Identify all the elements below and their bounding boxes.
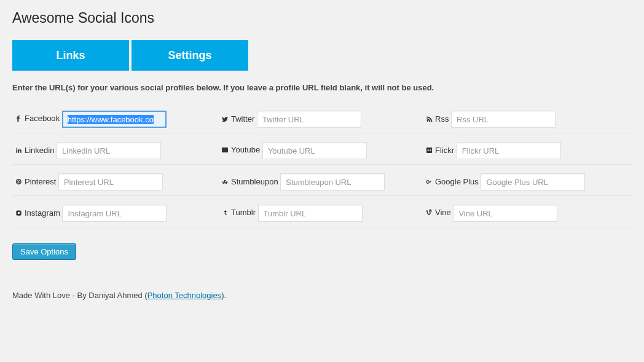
field-instagram: Instagram bbox=[12, 202, 219, 227]
field-facebook: Facebook bbox=[12, 108, 219, 133]
linkedin-icon bbox=[15, 146, 22, 154]
field-rss: Rss bbox=[425, 108, 632, 133]
rss-label-text: Rss bbox=[435, 114, 449, 124]
pinterest-input[interactable] bbox=[58, 173, 163, 191]
googleplus-icon bbox=[425, 178, 433, 186]
linkedin-label: Linkedin bbox=[15, 146, 54, 155]
svg-point-4 bbox=[17, 211, 20, 214]
flickr-input[interactable] bbox=[457, 142, 561, 159]
googleplus-label-text: Google Plus bbox=[435, 177, 479, 186]
stumbleupon-label-text: Stumbleupon bbox=[231, 177, 278, 186]
flickr-label: Flickr bbox=[425, 146, 454, 155]
svg-point-5 bbox=[20, 211, 20, 211]
tumblr-label-text: Tumblr bbox=[231, 208, 256, 217]
facebook-label: Facebook bbox=[15, 114, 60, 123]
youtube-input[interactable] bbox=[262, 142, 367, 159]
tumblr-label: Tumblr bbox=[221, 208, 256, 217]
facebook-input[interactable] bbox=[62, 111, 167, 128]
footer-link[interactable]: Photon Technologies bbox=[147, 291, 221, 300]
pinterest-label: Pinterest bbox=[15, 177, 56, 186]
pinterest-label-text: Pinterest bbox=[25, 177, 56, 186]
facebook-icon bbox=[15, 115, 22, 122]
field-linkedin: Linkedin bbox=[12, 140, 219, 165]
tumblr-icon bbox=[221, 209, 229, 216]
rss-icon bbox=[425, 115, 433, 122]
youtube-label-text: Youtube bbox=[231, 145, 260, 154]
save-options-button[interactable]: Save Options bbox=[12, 243, 76, 260]
svg-rect-0 bbox=[426, 147, 431, 152]
twitter-icon bbox=[221, 116, 229, 123]
vine-label: Vine bbox=[425, 208, 451, 217]
vine-label-text: Vine bbox=[435, 208, 451, 217]
field-pinterest: Pinterest bbox=[12, 171, 219, 196]
youtube-label: Youtube bbox=[221, 145, 260, 154]
fields-grid: Facebook Twitter Rss Linkedin bbox=[12, 108, 632, 234]
footer-suffix: ). bbox=[221, 291, 226, 300]
svg-point-2 bbox=[430, 149, 431, 151]
field-tumblr: Tumblr bbox=[219, 202, 425, 227]
stumbleupon-icon bbox=[221, 178, 229, 186]
instagram-icon bbox=[15, 209, 22, 216]
tabs: Links Settings bbox=[12, 40, 632, 71]
stumbleupon-input[interactable] bbox=[280, 173, 385, 191]
instagram-label-text: Instagram bbox=[25, 208, 60, 218]
instagram-input[interactable] bbox=[62, 205, 167, 222]
footer-credit: Made With Love - By Daniyal Ahmed (Photo… bbox=[12, 291, 632, 300]
twitter-label: Twitter bbox=[221, 114, 254, 124]
field-vine: Vine bbox=[425, 202, 632, 227]
tab-settings[interactable]: Settings bbox=[132, 40, 248, 71]
linkedin-input[interactable] bbox=[57, 142, 161, 159]
flickr-label-text: Flickr bbox=[435, 146, 454, 155]
field-flickr: Flickr bbox=[425, 140, 632, 165]
rss-label: Rss bbox=[425, 114, 449, 124]
pinterest-icon bbox=[15, 178, 22, 185]
flickr-icon bbox=[425, 146, 433, 154]
instagram-label: Instagram bbox=[15, 208, 60, 218]
vine-input[interactable] bbox=[453, 205, 557, 222]
field-twitter: Twitter bbox=[219, 108, 425, 133]
facebook-label-text: Facebook bbox=[25, 114, 60, 123]
twitter-label-text: Twitter bbox=[231, 114, 254, 124]
youtube-icon bbox=[221, 146, 229, 154]
vine-icon bbox=[425, 209, 433, 216]
rss-input[interactable] bbox=[451, 111, 556, 128]
page-title: Awesome Social Icons bbox=[12, 10, 632, 26]
field-stumbleupon: Stumbleupon bbox=[219, 171, 425, 196]
twitter-input[interactable] bbox=[257, 111, 361, 128]
footer-prefix: Made With Love - By Daniyal Ahmed ( bbox=[12, 291, 147, 300]
googleplus-input[interactable] bbox=[481, 173, 585, 191]
field-googleplus: Google Plus bbox=[425, 171, 632, 196]
googleplus-label: Google Plus bbox=[425, 177, 479, 186]
field-youtube: Youtube bbox=[219, 140, 425, 165]
svg-point-1 bbox=[427, 149, 428, 151]
stumbleupon-label: Stumbleupon bbox=[221, 177, 278, 186]
linkedin-label-text: Linkedin bbox=[25, 146, 54, 155]
instruction-text: Enter the URL(s) for your various social… bbox=[12, 83, 632, 92]
tab-links[interactable]: Links bbox=[12, 40, 129, 71]
tumblr-input[interactable] bbox=[258, 205, 363, 222]
